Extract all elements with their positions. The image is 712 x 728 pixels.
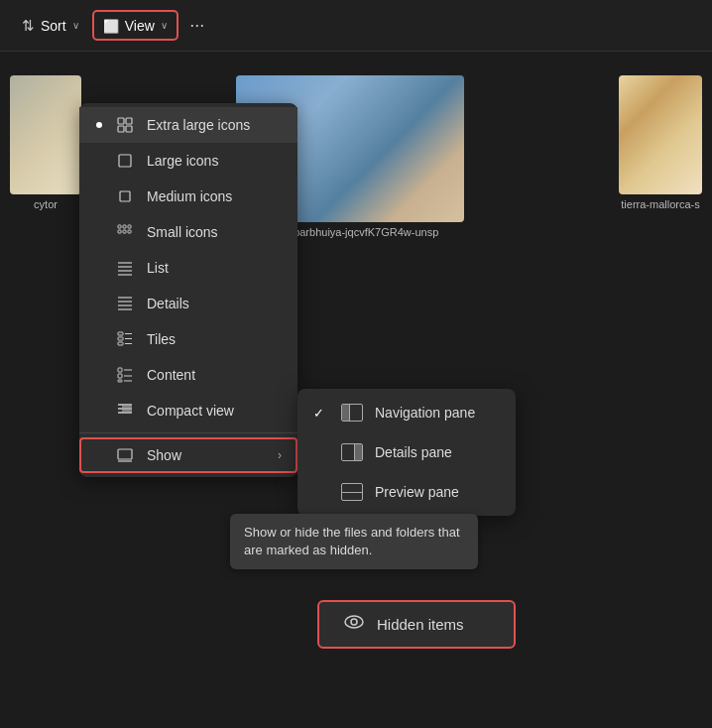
tooltip-text: Show or hide the files and folders that … xyxy=(244,525,460,557)
more-icon: ··· xyxy=(189,15,204,36)
svg-rect-21 xyxy=(118,337,123,340)
menu-label-large: Large icons xyxy=(147,153,218,169)
menu-item-large[interactable]: Large icons xyxy=(79,143,297,179)
svg-rect-28 xyxy=(118,374,122,378)
hidden-items-label: Hidden items xyxy=(377,616,464,633)
svg-rect-10 xyxy=(123,230,126,233)
submenu-item-preview-pane[interactable]: ✓ Preview pane xyxy=(297,472,516,512)
svg-rect-6 xyxy=(118,225,121,228)
menu-label-details: Details xyxy=(147,296,189,311)
view-icon xyxy=(103,17,119,34)
selected-bullet xyxy=(96,122,102,128)
main-area: cytor towfiq-barbhuiya-jqcvfK7GR4w-unsp … xyxy=(0,52,712,728)
svg-rect-26 xyxy=(118,368,122,372)
menu-label-compact: Compact view xyxy=(147,403,234,419)
svg-rect-20 xyxy=(118,332,123,335)
sort-chevron: ∨ xyxy=(72,20,79,31)
svg-rect-3 xyxy=(126,126,132,132)
eye-icon xyxy=(343,613,365,636)
nav-pane-icon xyxy=(341,402,363,424)
menu-label-list: List xyxy=(147,260,169,276)
svg-rect-37 xyxy=(118,449,132,459)
menu-label-medium: Medium icons xyxy=(147,188,232,204)
tiles-icon xyxy=(115,329,135,349)
show-submenu: ✓ Navigation pane ✓ Details pane ✓ xyxy=(297,389,516,516)
menu-item-extra-large[interactable]: Extra large icons xyxy=(79,107,297,143)
thumb-label-cytor: cytor xyxy=(34,198,58,210)
show-icon xyxy=(115,445,135,465)
medium-icon xyxy=(115,186,135,206)
svg-rect-2 xyxy=(118,126,124,132)
view-label: View xyxy=(125,18,155,34)
menu-item-tiles[interactable]: Tiles xyxy=(79,321,297,357)
menu-divider xyxy=(79,432,297,433)
submenu-item-details-pane[interactable]: ✓ Details pane xyxy=(297,432,516,472)
menu-label-tiles: Tiles xyxy=(147,331,176,347)
details-icon xyxy=(115,294,135,313)
menu-item-content[interactable]: Content xyxy=(79,357,297,393)
sort-label: Sort xyxy=(41,18,66,34)
menu-label-show: Show xyxy=(147,447,181,463)
svg-rect-22 xyxy=(118,342,123,345)
menu-label-content: Content xyxy=(147,367,195,383)
menu-item-details[interactable]: Details xyxy=(79,286,297,321)
svg-rect-11 xyxy=(128,230,131,233)
svg-rect-8 xyxy=(128,225,131,228)
menu-item-compact[interactable]: Compact view xyxy=(79,393,297,428)
view-button[interactable]: View ∨ xyxy=(93,11,178,40)
svg-point-40 xyxy=(351,619,357,625)
submenu-label-nav-pane: Navigation pane xyxy=(375,405,475,421)
svg-rect-0 xyxy=(118,118,124,124)
menu-item-list[interactable]: List xyxy=(79,250,297,286)
details-pane-icon xyxy=(341,441,363,463)
toolbar: Sort ∨ View ∨ ··· xyxy=(0,0,712,52)
svg-rect-7 xyxy=(123,225,126,228)
preview-pane-icon xyxy=(341,481,363,503)
view-dropdown: Extra large icons Large icons Medium ico… xyxy=(79,103,297,477)
menu-item-show[interactable]: Show › xyxy=(79,437,297,473)
content-icon xyxy=(115,365,135,385)
nav-pane-check: ✓ xyxy=(313,406,329,421)
svg-rect-9 xyxy=(118,230,121,233)
submenu-item-nav-pane[interactable]: ✓ Navigation pane xyxy=(297,393,516,432)
svg-rect-1 xyxy=(126,118,132,124)
thumb-label-tierra: tierra-mallorca-s xyxy=(621,198,699,210)
show-arrow-icon: › xyxy=(278,448,282,462)
compact-icon xyxy=(115,401,135,421)
thumbnail-cytor: cytor xyxy=(10,75,81,238)
menu-label-extra-large: Extra large icons xyxy=(147,117,250,133)
hidden-items-button[interactable]: Hidden items xyxy=(317,600,516,649)
small-icon xyxy=(115,222,135,242)
view-chevron: ∨ xyxy=(161,20,168,31)
svg-point-39 xyxy=(345,616,363,628)
thumb-img-cytor xyxy=(10,75,81,194)
thumb-img-tierra xyxy=(619,75,702,194)
thumbnail-tierra: tierra-mallorca-s xyxy=(619,75,702,238)
tooltip-box: Show or hide the files and folders that … xyxy=(230,514,478,569)
more-button[interactable]: ··· xyxy=(181,10,213,42)
menu-item-small[interactable]: Small icons xyxy=(79,214,297,250)
menu-label-small: Small icons xyxy=(147,224,218,240)
large-icon xyxy=(115,151,135,171)
menu-item-medium[interactable]: Medium icons xyxy=(79,179,297,214)
sort-icon xyxy=(22,17,35,35)
extra-large-icon xyxy=(115,115,135,135)
svg-rect-4 xyxy=(119,155,131,167)
submenu-label-preview-pane: Preview pane xyxy=(375,484,459,500)
list-icon xyxy=(115,258,135,278)
svg-rect-5 xyxy=(120,191,130,201)
svg-rect-30 xyxy=(118,380,122,382)
submenu-label-details-pane: Details pane xyxy=(375,444,452,460)
sort-button[interactable]: Sort ∨ xyxy=(12,11,89,41)
